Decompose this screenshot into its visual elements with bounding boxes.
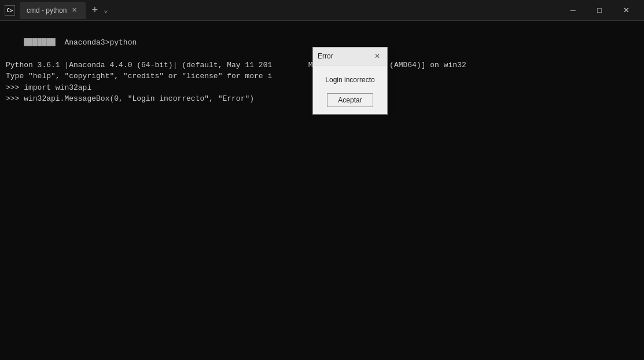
tab-close-icon[interactable]: ✕ <box>70 6 79 14</box>
minimize-button[interactable]: ─ <box>560 0 586 21</box>
maximize-button[interactable]: □ <box>586 0 613 21</box>
titlebar-tabs: cmd - python ✕ + ⌄ <box>20 2 108 19</box>
dialog-body: Login incorrecto Aceptar <box>313 65 387 114</box>
new-tab-button[interactable]: + <box>88 5 101 16</box>
dialog-close-button[interactable]: ✕ <box>372 51 382 61</box>
tab-label: cmd - python <box>27 6 67 14</box>
dialog-titlebar: Error ✕ <box>313 47 387 65</box>
terminal-path: ███████ <box>24 38 64 47</box>
close-button[interactable]: ✕ <box>613 0 639 21</box>
dialog-message: Login incorrecto <box>325 75 374 85</box>
cmd-icon: C> <box>5 5 15 16</box>
terminal-area: ███████ Anaconda3>python Python 3.6.1 |A… <box>0 21 644 360</box>
dialog-title: Error <box>318 51 333 61</box>
error-dialog: Error ✕ Login incorrecto Aceptar <box>312 47 388 115</box>
dialog-accept-button[interactable]: Aceptar <box>327 93 373 107</box>
titlebar: C> cmd - python ✕ + ⌄ ─ □ ✕ <box>0 0 644 21</box>
terminal-tab[interactable]: cmd - python ✕ <box>20 2 86 19</box>
window-controls: ─ □ ✕ <box>560 0 639 21</box>
tabs-dropdown-button[interactable]: ⌄ <box>104 6 108 14</box>
titlebar-left: C> cmd - python ✕ + ⌄ <box>5 2 108 19</box>
